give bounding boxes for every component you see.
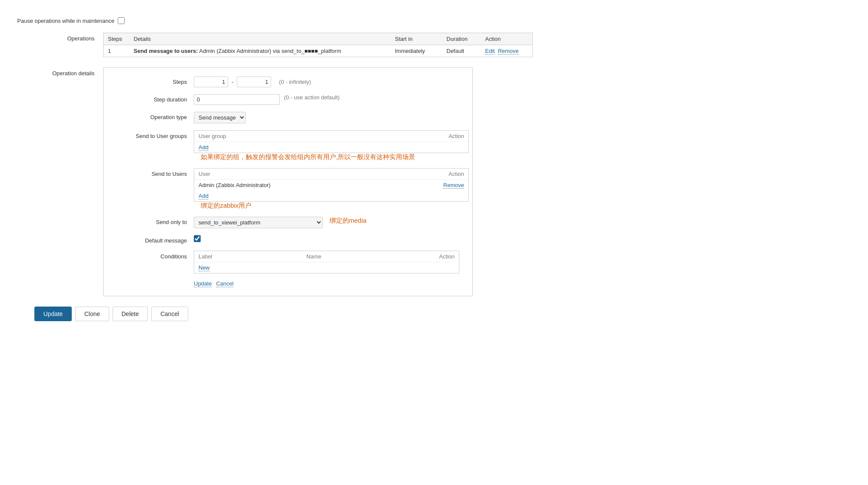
form-action-links: Update Cancel <box>116 280 459 287</box>
op-step-num: 1 <box>104 45 129 57</box>
conditions-label: Conditions <box>116 251 194 260</box>
send-to-users-section: User Action Admin (Zabbix Administrator)… <box>194 168 469 210</box>
ug-col-action: Action <box>425 131 468 142</box>
cancel-button[interactable]: Cancel <box>151 307 188 321</box>
user-groups-table-wrapper: User group Action Add <box>194 130 469 153</box>
op-details: Send message to users: Admin (Zabbix Adm… <box>129 45 391 57</box>
new-condition-link[interactable]: New <box>199 264 210 271</box>
col-header-steps: Steps <box>104 33 129 45</box>
operations-table: Steps Details Start in Duration Action 1… <box>104 33 532 57</box>
op-duration: Default <box>442 45 481 57</box>
users-col-action: Action <box>425 169 468 180</box>
clone-button[interactable]: Clone <box>75 307 109 321</box>
col-header-details: Details <box>129 33 391 45</box>
col-header-action: Action <box>481 33 532 45</box>
ug-col-group: User group <box>194 131 425 142</box>
add-user-link[interactable]: Add <box>199 193 208 200</box>
op-start-in: Immediately <box>391 45 442 57</box>
inner-cancel-link[interactable]: Cancel <box>216 280 233 287</box>
add-user-group-link[interactable]: Add <box>199 144 208 151</box>
col-header-duration: Duration <box>442 33 481 45</box>
default-message-checkbox[interactable] <box>194 235 201 242</box>
send-to-users-label: Send to Users <box>116 168 194 177</box>
annotation-user-group: 如果绑定的组，触发的报警会发给组内所有用户,所以一般没有这种实用场景 <box>201 153 415 160</box>
conditions-table-wrapper: Label Name Action New <box>194 251 459 273</box>
send-only-to-label: Send only to <box>116 217 194 225</box>
default-message-label: Default message <box>116 235 194 244</box>
step-duration-label: Step duration <box>116 94 194 103</box>
add-user-row: Add <box>194 190 468 201</box>
pause-checkbox[interactable] <box>118 17 125 24</box>
user-remove-link[interactable]: Remove <box>443 182 464 189</box>
user-name: Admin (Zabbix Administrator) <box>194 180 425 191</box>
annotation-media: 绑定的media <box>330 217 367 225</box>
send-only-to-select[interactable]: send_to_xiewei_platform <box>194 217 323 228</box>
steps-label: Steps <box>116 77 194 85</box>
conditions-table: Label Name Action New <box>194 251 459 273</box>
steps-hint: (0 - infinitely) <box>279 79 311 85</box>
op-type-select[interactable]: Send message <box>194 112 246 123</box>
main-buttons: Update Clone Delete Cancel <box>17 307 851 321</box>
users-table-wrapper: User Action Admin (Zabbix Administrator)… <box>194 168 469 202</box>
op-details-label: Operation details <box>17 68 103 77</box>
add-user-group-row: Add <box>194 142 468 153</box>
cond-col-label: Label <box>194 251 302 262</box>
user-row: Admin (Zabbix Administrator) Remove <box>194 180 468 191</box>
op-details-form: Steps - (0 - infinitely) Step duration (… <box>103 68 473 296</box>
update-button[interactable]: Update <box>34 307 72 321</box>
col-header-startin: Start in <box>391 33 442 45</box>
delete-button[interactable]: Delete <box>113 307 148 321</box>
new-condition-row: New <box>194 262 459 273</box>
user-groups-label: Send to User groups <box>116 130 194 139</box>
user-groups-section: User group Action Add <box>194 130 469 161</box>
op-type-label: Operation type <box>116 112 194 120</box>
steps-from-input[interactable] <box>194 77 228 87</box>
steps-dash: - <box>232 79 233 85</box>
steps-input-group: - (0 - infinitely) <box>194 77 311 87</box>
remove-link[interactable]: Remove <box>498 48 519 55</box>
users-col-user: User <box>194 169 425 180</box>
inner-update-link[interactable]: Update <box>194 280 212 287</box>
edit-link[interactable]: Edit <box>485 48 495 55</box>
operations-label: Operations <box>17 33 103 42</box>
annotation-user: 绑定的zabbix用户 <box>201 202 251 209</box>
user-groups-table: User group Action Add <box>194 131 468 153</box>
cond-col-action: Action <box>416 251 459 262</box>
step-duration-hint: (0 - use action default) <box>284 94 339 101</box>
cond-col-name: Name <box>302 251 416 262</box>
user-remove-cell: Remove <box>425 180 468 191</box>
step-duration-input[interactable] <box>194 94 280 105</box>
operations-table-wrapper: Steps Details Start in Duration Action 1… <box>103 33 533 57</box>
pause-label: Pause operations while in maintenance <box>17 18 114 24</box>
steps-to-input[interactable] <box>237 77 271 87</box>
op-action-links: Edit Remove <box>481 45 532 57</box>
table-row: 1 Send message to users: Admin (Zabbix A… <box>104 45 532 57</box>
users-table: User Action Admin (Zabbix Administrator)… <box>194 169 468 201</box>
